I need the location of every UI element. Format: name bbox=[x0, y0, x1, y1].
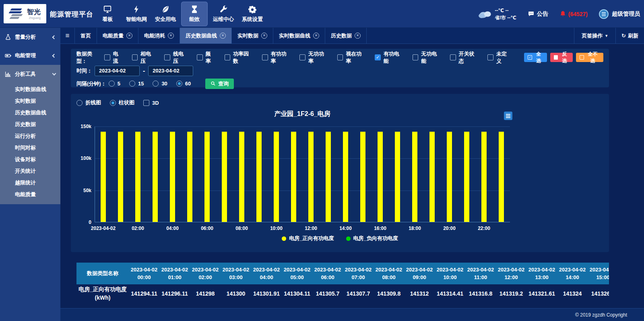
bar bbox=[308, 132, 314, 222]
全选-button[interactable]: ✓全选 bbox=[524, 53, 547, 62]
sidebar-item-开关统计[interactable]: 开关统计 bbox=[0, 165, 60, 177]
checkbox-icon bbox=[143, 100, 149, 106]
checkbox-icon bbox=[132, 54, 138, 60]
checkbox-icon bbox=[225, 54, 230, 60]
interval-radio-15[interactable]: 15 bbox=[129, 81, 144, 87]
radio-icon bbox=[153, 81, 159, 87]
tab-实时数据[interactable]: 实时数据✕ bbox=[232, 28, 273, 43]
chevron-down-icon bbox=[52, 72, 56, 76]
checkbox-有功电能[interactable]: ✓ 有功电能 bbox=[375, 50, 403, 65]
chart-menu-icon[interactable] bbox=[504, 112, 512, 120]
checkbox-无功功率[interactable]: 无功功率 bbox=[299, 50, 328, 65]
sidebar-item-设备对标[interactable]: 设备对标 bbox=[0, 153, 60, 165]
chevron-left-icon bbox=[52, 35, 56, 39]
nav-item-系统设置[interactable]: 系统设置 bbox=[239, 2, 266, 26]
nav-item-运维中心[interactable]: 运维中心 bbox=[210, 2, 237, 26]
hamburger-menu-icon[interactable]: ≡ bbox=[60, 28, 75, 43]
x-axis-tick: 10:00 bbox=[270, 226, 283, 231]
alarm-button[interactable]: (64527) bbox=[559, 10, 588, 17]
sidebar-group-分析工具[interactable]: 分析工具 bbox=[0, 65, 60, 83]
table-header-column: 2023-04-0212:00 bbox=[496, 263, 526, 284]
bar bbox=[222, 132, 227, 222]
checkbox-无功电能[interactable]: 无功电能 bbox=[413, 50, 441, 65]
nav-item-安全用电[interactable]: 安全用电 bbox=[152, 2, 179, 26]
top-navbar: 智光 Zhiguang 能源管理平台 看板 智能电网 安全用电 能效 运维中心 … bbox=[0, 0, 644, 28]
line-chart-radio[interactable]: 折线图 bbox=[76, 99, 101, 106]
checkbox-视在功率[interactable]: 视在功率 bbox=[337, 50, 366, 65]
table-header-column: 2023-04-0210:00 bbox=[435, 263, 465, 284]
legend-电房_负向有功电度[interactable]: 电房_负向有功电度 bbox=[346, 235, 398, 242]
sidebar-item-时间对标[interactable]: 时间对标 bbox=[0, 142, 60, 153]
navbar-right: --℃ -- 省/市 --℃ 公告 (64527) 超级管理员 bbox=[477, 0, 640, 28]
sidebar-item-越限统计[interactable]: 越限统计 bbox=[0, 177, 60, 188]
tab-首页[interactable]: 首页 bbox=[75, 28, 97, 43]
close-icon[interactable]: ✕ bbox=[261, 33, 267, 39]
sidebar-item-历史数据曲线[interactable]: 历史数据曲线 bbox=[0, 107, 60, 118]
sidebar-expanded-section: 分析工具 实时数据曲线实时数据历史数据曲线历史数据运行分析时间对标设备对标开关统… bbox=[0, 65, 60, 204]
time-from-input[interactable] bbox=[95, 66, 140, 76]
checkbox-开关状态[interactable]: 开关状态 bbox=[450, 50, 479, 65]
tab-电能质量[interactable]: 电能质量✕ bbox=[97, 28, 138, 43]
checkbox-频率[interactable]: 频率 bbox=[197, 50, 215, 65]
interval-radio-5[interactable]: 5 bbox=[109, 81, 120, 87]
legend-电房_正向有功电度[interactable]: 电房_正向有功电度 bbox=[282, 235, 334, 242]
3d-checkbox[interactable]: 3D bbox=[143, 100, 159, 106]
sidebar-item-实时数据[interactable]: 实时数据 bbox=[0, 95, 60, 107]
checkbox-功率因数[interactable]: 功率因数 bbox=[225, 50, 253, 65]
checkbox-未定义[interactable]: 未定义 bbox=[487, 50, 511, 65]
nav-item-看板[interactable]: 看板 bbox=[94, 2, 121, 26]
chart-type-controls: 折线图 柱状图 3D bbox=[76, 99, 168, 106]
caret-down-icon: ▼ bbox=[605, 34, 608, 38]
weather-temp: --℃ -- bbox=[495, 7, 516, 14]
user-menu[interactable]: 超级管理员 bbox=[599, 9, 640, 19]
bar-chart-radio[interactable]: 柱状图 bbox=[110, 99, 134, 106]
close-icon[interactable]: ✕ bbox=[313, 33, 319, 39]
tab-历史数据[interactable]: 历史数据✕ bbox=[325, 28, 367, 43]
y-axis-tick: 100k bbox=[67, 155, 91, 161]
bar-chart-icon bbox=[5, 71, 11, 77]
sidebar-item-历史数据[interactable]: 历史数据 bbox=[0, 118, 60, 130]
bar bbox=[170, 132, 175, 222]
sidebar-item-运行分析[interactable]: 运行分析 bbox=[0, 130, 60, 142]
checkbox-icon: ✓ bbox=[375, 54, 380, 60]
checkbox-线电压[interactable]: 线电压 bbox=[164, 50, 188, 65]
interval-radio-60[interactable]: 60 bbox=[176, 81, 191, 87]
nav-item-智能电网[interactable]: 智能电网 bbox=[123, 2, 150, 26]
tab-历史数据曲线[interactable]: 历史数据曲线✕ bbox=[180, 28, 232, 43]
tab-actions: 页签操作 ▼ ↻ 刷新 bbox=[574, 28, 644, 43]
table-cell-value: 141304.11 bbox=[282, 284, 312, 303]
checkbox-icon bbox=[299, 54, 305, 60]
checkbox-相电压[interactable]: 相电压 bbox=[132, 50, 156, 65]
tab-电能消耗[interactable]: 电能消耗✕ bbox=[138, 28, 180, 43]
close-icon[interactable]: ✕ bbox=[168, 33, 174, 39]
sidebar-item-电能质量[interactable]: 电能质量 bbox=[0, 188, 60, 200]
legend-dot-icon bbox=[346, 236, 351, 241]
sidebar-item-实时数据曲线[interactable]: 实时数据曲线 bbox=[0, 83, 60, 95]
close-icon[interactable]: ✕ bbox=[126, 33, 132, 39]
speech-bubble-icon bbox=[528, 10, 535, 17]
sidebar-group-电能管理[interactable]: 电能管理 bbox=[0, 46, 60, 65]
table-row: 电房_正向有功电度(kWh)141294.11141296.1114129814… bbox=[76, 284, 609, 303]
tab-operations-button[interactable]: 页签操作 ▼ bbox=[574, 28, 615, 43]
checkbox-有功功率[interactable]: 有功功率 bbox=[262, 50, 291, 65]
interval-radio-30[interactable]: 30 bbox=[153, 81, 167, 87]
interval-label: 间隔(分钟)： bbox=[76, 80, 106, 87]
sidebar-group-需量分析[interactable]: 需量分析 bbox=[0, 28, 60, 46]
tab-实时数据曲线[interactable]: 实时数据曲线✕ bbox=[273, 28, 325, 43]
time-to-input[interactable] bbox=[148, 66, 193, 76]
nav-item-能效[interactable]: 能效 bbox=[181, 2, 208, 26]
table-header-column: 2023-04-0205:00 bbox=[282, 263, 312, 284]
checkbox-icon bbox=[337, 54, 343, 60]
radio-selected-icon bbox=[176, 81, 182, 87]
close-icon[interactable]: ✕ bbox=[355, 33, 361, 39]
query-button[interactable]: 查询 bbox=[205, 79, 234, 89]
refresh-button[interactable]: ↻ 刷新 bbox=[615, 28, 644, 43]
notice-button[interactable]: 公告 bbox=[528, 10, 548, 18]
checkbox-电流[interactable]: 电流 bbox=[104, 50, 123, 65]
table-header-column: 2023-04-0208:00 bbox=[374, 263, 404, 284]
close-icon[interactable]: ✕ bbox=[220, 33, 226, 39]
反选-button[interactable]: 反选 bbox=[550, 53, 573, 62]
全不选-button[interactable]: 全不选 bbox=[576, 53, 603, 62]
bar bbox=[118, 132, 123, 222]
radio-icon bbox=[109, 81, 115, 87]
